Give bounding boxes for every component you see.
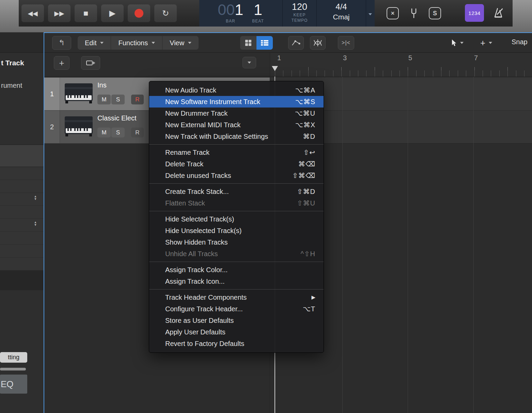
menu-item-revert-to-factory-defaults[interactable]: Revert to Factory Defaults: [149, 338, 324, 349]
menu-item-label: New Audio Track: [165, 86, 216, 94]
menu-item-label: New External MIDI Track: [165, 121, 240, 129]
local-menu-bar: Edit Functions View: [78, 36, 199, 50]
track-list-options-button[interactable]: [242, 57, 256, 68]
chevron-down-icon: [369, 13, 372, 15]
stepper-icon[interactable]: ▲▼: [33, 221, 38, 226]
ruler-bar-7[interactable]: 7: [474, 54, 478, 62]
stepper-icon[interactable]: ▲▼: [33, 195, 38, 200]
tuning-fork-icon: [410, 8, 417, 18]
track-name[interactable]: Ins: [97, 81, 107, 89]
edit-menu-button[interactable]: Edit: [78, 36, 111, 50]
lcd-options-button[interactable]: [366, 0, 374, 27]
eq-thumbnail[interactable]: EQ: [0, 375, 27, 394]
grid-view-button[interactable]: [240, 36, 256, 50]
functions-menu-button[interactable]: Functions: [111, 36, 162, 50]
lcd-bar-value: 1: [235, 1, 243, 18]
menu-item-create-track-stack[interactable]: Create Track Stack... ⇧⌘D: [149, 186, 324, 197]
snap-menu[interactable]: Snap: [512, 38, 528, 46]
count-in-label: 1234: [468, 10, 480, 16]
playhead-handle[interactable]: [272, 66, 278, 71]
menu-item-new-track-with-duplicate-settings[interactable]: New Track with Duplicate Settings ⌘D: [149, 131, 324, 142]
back-navigation-button[interactable]: ↰: [52, 36, 71, 50]
menu-item-hide-selected-tracks[interactable]: Hide Selected Track(s): [149, 213, 324, 225]
ruler-bar-3[interactable]: 3: [343, 54, 347, 62]
record-enable-button[interactable]: R: [131, 128, 144, 137]
track-icon: [63, 115, 95, 137]
menu-item-store-as-user-defaults[interactable]: Store as User Defaults: [149, 315, 324, 326]
menu-item-label: Rename Track: [165, 149, 209, 156]
solo-label: S: [116, 129, 120, 136]
lcd-signature-section[interactable]: 4/4 Cmaj: [317, 0, 366, 27]
mute-label: M: [101, 129, 106, 136]
menu-item-new-audio-track[interactable]: New Audio Track ⌥⌘A: [149, 84, 324, 96]
menu-item-show-hidden-tracks[interactable]: Show Hidden Tracks: [149, 236, 324, 248]
menu-item-apply-user-defaults[interactable]: Apply User Defaults: [149, 326, 324, 338]
record-enable-button[interactable]: R: [131, 95, 144, 104]
inspector-subtitle: rument: [1, 82, 22, 89]
setting-label: tting: [8, 354, 19, 361]
flex-button[interactable]: [310, 36, 326, 50]
mute-button[interactable]: M: [97, 95, 111, 104]
track-icon: [63, 82, 95, 104]
automation-button[interactable]: [288, 36, 304, 50]
ruler-beat-ticks[interactable]: [275, 70, 532, 77]
forward-button[interactable]: ▶▶: [48, 4, 71, 22]
record-button[interactable]: [128, 4, 150, 22]
chevron-down-icon: [489, 42, 492, 44]
secondary-tool-selector[interactable]: +: [480, 36, 492, 50]
chevron-down-icon: [460, 42, 464, 44]
rewind-button[interactable]: ◀◀: [21, 4, 44, 22]
menu-item-unhide-all-tracks: Unhide All Tracks ^⇧H: [149, 248, 324, 260]
play-icon: ▶: [109, 9, 115, 18]
view-menu-button[interactable]: View: [162, 36, 199, 50]
menu-item-new-drummer-track[interactable]: New Drummer Track ⌥⌘U: [149, 108, 324, 119]
clear-overload-button[interactable]: ×: [387, 7, 399, 19]
channel-setting-button[interactable]: tting: [0, 352, 27, 363]
solo-button[interactable]: S: [111, 95, 125, 104]
track-name[interactable]: Classic Elect: [97, 114, 136, 122]
track-number[interactable]: 2: [44, 111, 60, 143]
track-number[interactable]: 1: [44, 78, 60, 110]
menu-item-delete-unused-tracks[interactable]: Delete unused Tracks ⇧⌘⌫: [149, 170, 324, 181]
rewind-icon: ◀◀: [28, 10, 37, 17]
menu-item-hide-unselected-tracks[interactable]: Hide Unselected Track(s): [149, 225, 324, 236]
menu-item-configure-track-header[interactable]: Configure Track Header... ⌥T: [149, 303, 324, 315]
stop-button[interactable]: ■: [75, 4, 97, 22]
ruler-bar-1[interactable]: 1: [277, 54, 281, 62]
count-in-button[interactable]: 1234: [465, 4, 484, 22]
lcd-tempo-section[interactable]: 120 KEEP TEMPO: [283, 0, 317, 27]
menu-item-label: New Track with Duplicate Settings: [165, 133, 268, 141]
menu-item-assign-track-icon[interactable]: Assign Track Icon...: [149, 276, 324, 287]
menu-item-label: Revert to Factory Defaults: [165, 340, 244, 348]
menu-item-rename-track[interactable]: Rename Track ⇧↩: [149, 147, 324, 158]
list-view-button[interactable]: [256, 36, 273, 50]
channel-strip-slots[interactable]: [0, 167, 44, 270]
menu-separator: [149, 211, 324, 211]
duplicate-track-button[interactable]: [81, 56, 100, 70]
menu-item-new-software-instrument-track[interactable]: New Software Instrument Track ⌥⌘S: [149, 96, 324, 108]
track-context-menu: New Audio Track ⌥⌘A New Software Instrum…: [149, 81, 324, 353]
solo-button[interactable]: S: [111, 128, 125, 137]
catch-playhead-button[interactable]: >|<: [338, 36, 354, 50]
menu-item-new-external-midi-track[interactable]: New External MIDI Track ⌥⌘X: [149, 119, 324, 131]
cycle-button[interactable]: ↻: [154, 4, 177, 22]
solo-mode-button[interactable]: S: [429, 7, 441, 19]
ruler-bar-5[interactable]: 5: [408, 54, 412, 62]
metronome-button[interactable]: [493, 7, 505, 19]
menu-item-label: Unhide All Tracks: [165, 250, 218, 258]
menu-item-track-header-components[interactable]: Track Header Components ▶: [149, 292, 324, 303]
logic-pro-window: ◀◀ ▶▶ ■ ▶ ↻ 001 BAR 1 BEAT 120 K: [0, 0, 532, 413]
functions-menu-label: Functions: [118, 39, 148, 47]
flex-icon: [313, 39, 322, 47]
menu-item-delete-track[interactable]: Delete Track ⌘⌫: [149, 158, 324, 170]
play-button[interactable]: ▶: [101, 4, 124, 22]
lcd-display[interactable]: 001 BAR 1 BEAT 120 KEEP TEMPO 4/4 Cmaj: [199, 0, 375, 27]
add-track-button[interactable]: +: [54, 56, 69, 70]
pointer-tool-selector[interactable]: [451, 36, 464, 50]
menu-item-shortcut: ^⇧H: [300, 250, 315, 258]
channel-gain-slider[interactable]: [0, 368, 26, 370]
menu-item-assign-track-color[interactable]: Assign Track Color...: [149, 264, 324, 276]
tuner-button[interactable]: [408, 7, 420, 19]
menu-item-label: Delete unused Tracks: [165, 172, 231, 180]
mute-button[interactable]: M: [97, 128, 111, 137]
